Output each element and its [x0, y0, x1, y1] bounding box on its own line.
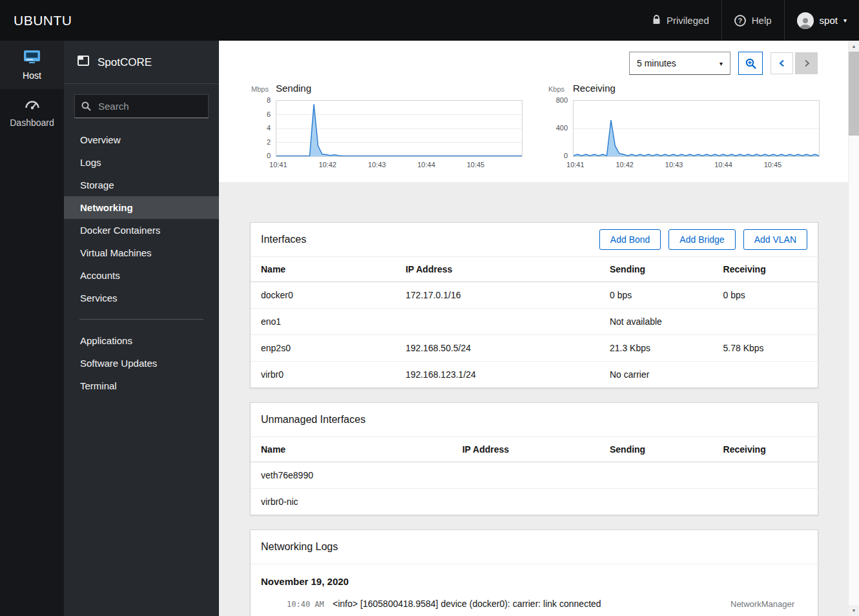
sidebar-item-storage[interactable]: Storage	[64, 174, 219, 196]
hostnav-item-label: Dashboard	[10, 118, 54, 128]
chart-title: Sending	[276, 83, 311, 94]
search-icon	[81, 101, 91, 111]
help-label: Help	[752, 15, 772, 26]
interface-receiving: 5.78 Kbps	[713, 335, 818, 362]
table-row[interactable]: virbr0-nic	[251, 489, 818, 515]
chevron-left-icon	[777, 58, 787, 68]
magnifier-plus-icon	[745, 58, 756, 69]
x-axis: 10:4110:4210:4310:4410:45	[276, 160, 523, 172]
sidebar-item-terminal[interactable]: Terminal	[64, 375, 219, 397]
y-axis-unit: Mbps	[251, 85, 276, 93]
column-header-name: Name	[251, 257, 395, 282]
sidebar-item-overview[interactable]: Overview	[64, 128, 219, 151]
interface-receiving	[713, 362, 818, 388]
chart-pager	[771, 52, 818, 74]
sidebar-item-software-updates[interactable]: Software Updates	[64, 352, 219, 375]
add-bridge-button[interactable]: Add Bridge	[668, 229, 735, 250]
interface-ip	[452, 462, 599, 489]
add-vlan-button[interactable]: Add VLAN	[743, 229, 807, 250]
table-row[interactable]: docker0 172.17.0.1/16 0 bps 0 bps	[251, 282, 818, 309]
chevron-down-icon: ▾	[719, 60, 723, 67]
server-icon	[3, 50, 61, 66]
sidebar-item-accounts[interactable]: Accounts	[64, 264, 219, 287]
user-menu[interactable]: spot ▾	[784, 0, 859, 41]
avatar	[797, 12, 814, 29]
dashboard-icon	[3, 98, 61, 113]
brand-logo: UBUNTU	[0, 0, 72, 41]
interfaces-card: Interfaces Add Bond Add Bridge Add VLAN …	[250, 222, 818, 388]
x-axis: 10:4110:4210:4310:4410:45	[573, 160, 820, 172]
scroll-up-button[interactable]: ▲	[849, 41, 859, 52]
column-header-receiving: Receiving	[713, 437, 818, 462]
sidebar-divider	[79, 319, 203, 320]
table-row[interactable]: veth76e8990	[251, 462, 818, 489]
interface-sending: Not available	[599, 309, 713, 335]
hostnav-item-dashboard[interactable]: Dashboard	[0, 89, 64, 136]
log-entry[interactable]: 10:40 AM <info> [1605800418.9584] device…	[251, 593, 818, 615]
host-nav: Host Dashboard	[0, 41, 64, 616]
interfaces-table: Name IP Address Sending Receiving docker…	[251, 257, 818, 387]
top-bar: UBUNTU Privileged ? Help spot ▾	[0, 0, 859, 41]
interface-sending	[599, 489, 713, 515]
y-axis-unit: Kbps	[548, 85, 573, 93]
plot-area	[276, 100, 523, 157]
log-time: 10:40 AM	[287, 600, 324, 609]
interface-receiving	[713, 462, 818, 489]
add-bond-button[interactable]: Add Bond	[599, 229, 661, 250]
help-button[interactable]: ? Help	[721, 0, 784, 41]
column-header-sending: Sending	[599, 257, 713, 282]
table-row[interactable]: virbr0 192.168.123.1/24 No carrier	[251, 362, 818, 388]
sidebar-item-virtual-machines[interactable]: Virtual Machines	[64, 241, 219, 264]
main-area: 5 minutes ▾	[219, 41, 859, 616]
interface-sending: No carrier	[599, 362, 713, 388]
sidebar-item-logs[interactable]: Logs	[64, 151, 219, 174]
search-input[interactable]	[74, 94, 209, 118]
help-icon: ?	[734, 15, 746, 26]
interface-name: virbr0	[251, 362, 395, 388]
card-title: Unmanaged Interfaces	[261, 414, 366, 426]
sidebar-title: SpotCORE	[98, 56, 152, 69]
page-content: Interfaces Add Bond Add Bridge Add VLAN …	[219, 182, 848, 616]
interface-name: virbr0-nic	[251, 489, 452, 515]
interface-sending: 21.3 Kbps	[599, 335, 713, 362]
zoom-button[interactable]	[738, 52, 763, 75]
sidebar-primary-nav: Overview Logs Storage Networking Docker …	[64, 128, 219, 309]
column-header-ip: IP Address	[395, 257, 599, 282]
privileged-button[interactable]: Privileged	[640, 0, 721, 41]
column-header-receiving: Receiving	[713, 257, 818, 282]
privileged-label: Privileged	[667, 15, 709, 26]
next-range-button[interactable]	[795, 52, 818, 74]
console-icon	[77, 54, 90, 70]
interface-name: enp2s0	[251, 335, 395, 362]
hostnav-item-host[interactable]: Host	[0, 41, 64, 89]
table-row[interactable]: enp2s0 192.168.50.5/24 21.3 Kbps 5.78 Kb…	[251, 335, 818, 362]
sidebar-item-services[interactable]: Services	[64, 287, 219, 309]
sending-chart: Mbps Sending 02468 10:4110:4210:4310:441…	[251, 83, 523, 172]
interface-receiving	[713, 489, 818, 515]
networking-logs-card: Networking Logs November 19, 2020 10:40 …	[250, 529, 818, 616]
sidebar-item-docker-containers[interactable]: Docker Containers	[64, 219, 219, 241]
interface-name: veth76e8990	[251, 462, 452, 489]
unmanaged-interfaces-card: Unmanaged Interfaces Name IP Address Sen…	[250, 402, 818, 515]
search-box	[74, 94, 209, 118]
hostnav-item-label: Host	[23, 70, 41, 81]
y-axis: 02468	[251, 100, 276, 157]
chevron-right-icon	[802, 58, 812, 68]
scrollbar-thumb[interactable]	[849, 52, 859, 136]
previous-range-button[interactable]	[771, 52, 793, 74]
plot-area	[573, 100, 820, 157]
time-range-select[interactable]: 5 minutes ▾	[629, 52, 730, 75]
column-header-name: Name	[251, 437, 452, 462]
charts-section: 5 minutes ▾	[219, 41, 848, 182]
sidebar-header: SpotCORE	[64, 41, 219, 84]
interface-ip: 192.168.50.5/24	[395, 335, 599, 362]
scroll-down-button[interactable]: ▼	[849, 605, 859, 616]
time-range-value: 5 minutes	[637, 58, 676, 68]
interface-ip	[452, 489, 599, 515]
sidebar-item-networking[interactable]: Networking	[64, 196, 219, 219]
interface-sending	[599, 462, 713, 489]
table-row[interactable]: eno1 Not available	[251, 309, 818, 335]
scrollbar[interactable]: ▲ ▼	[848, 41, 859, 616]
sidebar-item-applications[interactable]: Applications	[64, 329, 219, 352]
interface-ip: 192.168.123.1/24	[395, 362, 599, 388]
